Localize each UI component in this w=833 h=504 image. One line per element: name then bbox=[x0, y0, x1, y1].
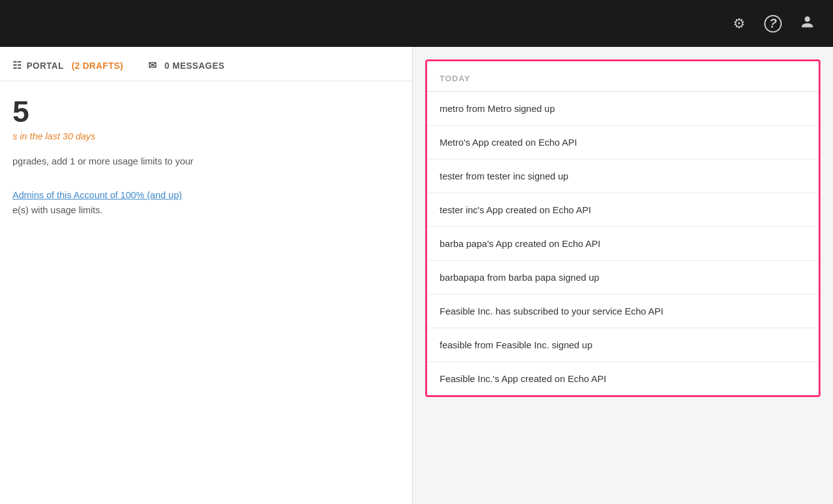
messages-icon: ✉ bbox=[148, 59, 157, 71]
activity-item[interactable]: metro from Metro signed up bbox=[427, 92, 819, 126]
admin-link[interactable]: Admins of this Account of 100% (and up) bbox=[13, 189, 182, 200]
tab-portal[interactable]: ☷ PORTAL (2 DRAFTS) bbox=[13, 59, 123, 71]
help-icon[interactable]: ? bbox=[764, 15, 782, 33]
left-panel: ☷ PORTAL (2 DRAFTS) ✉ 0 MESSAGES 5 s in … bbox=[0, 47, 413, 504]
activity-item[interactable]: feasible from Feasible Inc. signed up bbox=[427, 328, 819, 362]
content-area: ☷ PORTAL (2 DRAFTS) ✉ 0 MESSAGES 5 s in … bbox=[0, 47, 833, 504]
activity-item[interactable]: barbapapa from barba papa signed up bbox=[427, 261, 819, 295]
messages-label: 0 MESSAGES bbox=[162, 61, 225, 71]
activity-list: metro from Metro signed upMetro's App cr… bbox=[427, 92, 819, 395]
activity-box: TODAY metro from Metro signed upMetro's … bbox=[425, 59, 820, 397]
portal-label: PORTAL bbox=[27, 61, 64, 71]
big-number: 5 bbox=[13, 97, 400, 127]
drafts-count: (2 DRAFTS) bbox=[69, 61, 123, 71]
portal-icon: ☷ bbox=[13, 59, 22, 71]
activity-item[interactable]: Metro's App created on Echo API bbox=[427, 126, 819, 159]
tab-messages[interactable]: ✉ 0 MESSAGES bbox=[148, 59, 225, 71]
description-text: pgrades, add 1 or more usage limits to y… bbox=[13, 154, 400, 169]
tabs-row: ☷ PORTAL (2 DRAFTS) ✉ 0 MESSAGES bbox=[0, 47, 412, 81]
activity-header-label: TODAY bbox=[440, 74, 470, 83]
activity-header: TODAY bbox=[427, 61, 819, 92]
activity-item[interactable]: tester from tester inc signed up bbox=[427, 159, 819, 193]
user-icon[interactable] bbox=[800, 15, 814, 33]
settings-icon[interactable]: ⚙ bbox=[733, 16, 745, 32]
body-text: e(s) with usage limits. bbox=[13, 204, 103, 215]
activity-item[interactable]: tester inc's App created on Echo API bbox=[427, 193, 819, 227]
activity-item[interactable]: Feasible Inc. has subscribed to your ser… bbox=[427, 295, 819, 328]
left-content: 5 s in the last 30 days pgrades, add 1 o… bbox=[0, 81, 412, 252]
right-panel: TODAY metro from Metro signed upMetro's … bbox=[413, 47, 833, 504]
activity-item[interactable]: barba papa's App created on Echo API bbox=[427, 227, 819, 261]
subtitle-text: s in the last 30 days bbox=[13, 131, 400, 141]
left-body: Admins of this Account of 100% (and up) … bbox=[13, 188, 400, 218]
activity-item[interactable]: Feasible Inc.'s App created on Echo API bbox=[427, 362, 819, 395]
topbar: ⚙ ? bbox=[0, 0, 833, 47]
